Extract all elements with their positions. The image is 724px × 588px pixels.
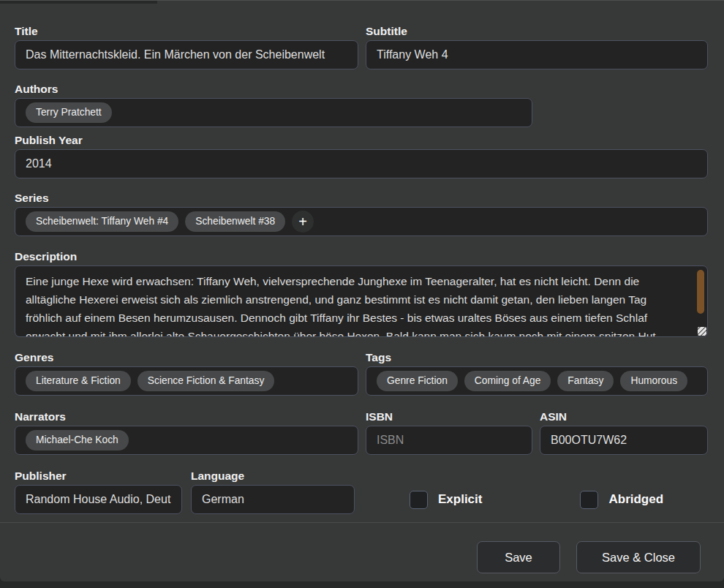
chip[interactable]: Humorous xyxy=(620,371,687,391)
edit-book-details-modal: Title Subtitle Authors Terry Pratchett xyxy=(0,0,724,581)
narrators-chips: Michael-Che Koch xyxy=(26,430,129,451)
plus-icon: + xyxy=(298,214,307,230)
abridged-checkbox[interactable] xyxy=(580,491,598,509)
description-scrollbar-thumb[interactable] xyxy=(697,270,704,314)
series-input[interactable]: Scheibenwelt: Tiffany Weh #4Scheibenwelt… xyxy=(15,207,708,236)
publisher-input[interactable] xyxy=(15,485,182,514)
abridged-checkbox-group: Abridged xyxy=(580,485,663,514)
genres-chips: Literature & FictionScience Fiction & Fa… xyxy=(26,371,274,391)
language-field-group: Language xyxy=(191,468,355,514)
isbn-input[interactable] xyxy=(366,426,532,455)
publisher-label: Publisher xyxy=(15,468,182,483)
series-chips: Scheibenwelt: Tiffany Weh #4Scheibenwelt… xyxy=(26,211,285,232)
subtitle-field-group: Subtitle xyxy=(366,23,708,69)
genres-label: Genres xyxy=(15,350,358,365)
publish-year-field-group: Publish Year xyxy=(15,132,708,178)
description-field-group: Description Eine junge Hexe wird erwachs… xyxy=(15,249,708,337)
chip[interactable]: Fantasy xyxy=(557,371,614,391)
tags-label: Tags xyxy=(366,350,708,365)
edit-book-details-screen: Title Subtitle Authors Terry Pratchett xyxy=(0,0,724,588)
explicit-checkbox[interactable] xyxy=(410,491,428,509)
subtitle-label: Subtitle xyxy=(366,23,708,39)
chip[interactable]: Scheibenwelt #38 xyxy=(185,211,285,232)
asin-label: ASIN xyxy=(540,409,708,424)
series-field-group: Series Scheibenwelt: Tiffany Weh #4Schei… xyxy=(15,190,708,236)
narrators-field-group: Narrators Michael-Che Koch xyxy=(15,409,358,455)
chip[interactable]: Scheibenwelt: Tiffany Weh #4 xyxy=(26,211,178,232)
modal-footer: Save Save & Close xyxy=(0,523,724,573)
save-and-close-button[interactable]: Save & Close xyxy=(576,541,701,573)
narrators-label: Narrators xyxy=(15,409,358,424)
authors-label: Authors xyxy=(15,81,532,97)
authors-chips: Terry Pratchett xyxy=(26,102,112,123)
subtitle-input[interactable] xyxy=(366,40,708,69)
chip[interactable]: Genre Fiction xyxy=(377,371,458,391)
add-series-button[interactable]: + xyxy=(292,211,314,233)
tags-field-group: Tags Genre FictionComing of AgeFantasyHu… xyxy=(366,350,708,396)
asin-field-group: ASIN xyxy=(540,409,708,455)
explicit-checkbox-group: Explicit xyxy=(410,485,482,514)
save-button[interactable]: Save xyxy=(477,541,560,573)
explicit-label: Explicit xyxy=(438,492,482,507)
chip[interactable]: Terry Pratchett xyxy=(26,102,112,123)
description-label: Description xyxy=(15,249,708,264)
title-label: Title xyxy=(15,23,358,39)
tags-chips: Genre FictionComing of AgeFantasyHumorou… xyxy=(377,371,687,391)
chip[interactable]: Literature & Fiction xyxy=(26,371,131,391)
resize-grip-icon[interactable] xyxy=(698,327,706,336)
genres-field-group: Genres Literature & FictionScience Ficti… xyxy=(15,350,358,396)
series-label: Series xyxy=(15,190,708,206)
chip[interactable]: Michael-Che Koch xyxy=(26,430,129,451)
abridged-label: Abridged xyxy=(608,492,663,507)
chip[interactable]: Science Fiction & Fantasy xyxy=(137,371,275,391)
publish-year-label: Publish Year xyxy=(15,132,708,148)
isbn-label: ISBN xyxy=(366,409,532,424)
authors-input[interactable]: Terry Pratchett xyxy=(15,98,532,127)
description-text: Eine junge Hexe wird erwachsen: Tiffany … xyxy=(15,266,707,337)
description-textarea[interactable]: Eine junge Hexe wird erwachsen: Tiffany … xyxy=(15,265,708,337)
authors-field-group: Authors Terry Pratchett xyxy=(15,81,532,127)
language-input[interactable] xyxy=(191,485,355,514)
genres-input[interactable]: Literature & FictionScience Fiction & Fa… xyxy=(15,366,358,396)
tags-input[interactable]: Genre FictionComing of AgeFantasyHumorou… xyxy=(366,366,708,396)
language-label: Language xyxy=(191,468,355,483)
details-form: Title Subtitle Authors Terry Pratchett xyxy=(0,23,724,514)
title-field-group: Title xyxy=(15,23,358,69)
title-input[interactable] xyxy=(15,40,358,69)
modal-top-edge xyxy=(0,0,157,4)
asin-input[interactable] xyxy=(540,426,708,455)
chip[interactable]: Coming of Age xyxy=(464,371,551,391)
publish-year-input[interactable] xyxy=(15,149,708,178)
narrators-input[interactable]: Michael-Che Koch xyxy=(15,426,358,455)
isbn-field-group: ISBN xyxy=(366,409,532,455)
publisher-field-group: Publisher xyxy=(15,468,182,514)
